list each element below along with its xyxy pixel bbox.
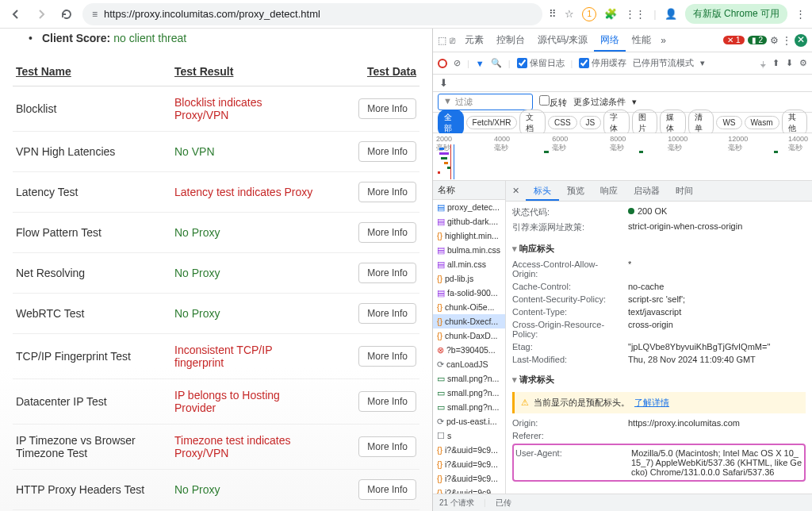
menu-icon[interactable]: ⋮ xyxy=(782,35,791,46)
devtools-tab[interactable]: 源代码/来源 xyxy=(531,29,594,50)
disable-cache-checkbox[interactable]: 停用缓存 xyxy=(579,57,626,69)
learn-more-link[interactable]: 了解详情 xyxy=(634,397,669,409)
network-settings-icon[interactable]: ⚙ xyxy=(799,58,807,68)
network-timeline[interactable]: 2000 毫秒4000 毫秒6000 毫秒8000 毫秒10000 毫秒1200… xyxy=(433,133,812,181)
resource-type-chip[interactable]: 全部 xyxy=(438,110,464,136)
chrome-update-button[interactable]: 有新版 Chrome 可用 xyxy=(685,4,787,24)
resource-type-chip[interactable]: 其他 xyxy=(782,110,808,136)
filter-toggle-icon[interactable]: ▼ xyxy=(476,59,485,68)
more-info-button[interactable]: More Info xyxy=(358,263,416,283)
extensions-icon[interactable]: 🧩 xyxy=(604,8,617,20)
resource-type-chip[interactable]: 字体 xyxy=(603,110,630,136)
more-info-button[interactable]: More Info xyxy=(358,479,416,500)
forward-button[interactable] xyxy=(32,5,51,24)
download-alt-icon[interactable]: ⬇ xyxy=(439,77,448,89)
wifi-icon[interactable]: ⏚ xyxy=(760,59,766,68)
invert-checkbox[interactable]: 反转 xyxy=(539,95,567,109)
throttle-select[interactable]: 已停用节流模式 xyxy=(633,57,694,69)
close-detail-icon[interactable]: ✕ xyxy=(506,186,526,196)
request-row[interactable]: ▤proxy_detec... xyxy=(433,200,505,214)
more-info-button[interactable]: More Info xyxy=(358,222,416,243)
request-row[interactable]: ▭small.png?n... xyxy=(433,371,505,386)
more-info-button[interactable]: More Info xyxy=(358,346,416,367)
download-icon[interactable]: ⬇ xyxy=(786,58,793,68)
more-info-button[interactable]: More Info xyxy=(358,391,416,412)
request-row[interactable]: {}i?&uuid=9c9... xyxy=(433,471,505,486)
more-tabs-icon[interactable]: » xyxy=(661,35,666,46)
bookmark-icon[interactable]: ☆ xyxy=(565,8,574,20)
detail-tab[interactable]: 响应 xyxy=(592,182,626,199)
more-info-button[interactable]: More Info xyxy=(358,98,416,119)
warn-count[interactable]: ▮ 2 xyxy=(748,36,767,44)
detail-tab[interactable]: 预览 xyxy=(559,182,592,199)
error-count[interactable]: ✕ 1 xyxy=(723,36,744,44)
detail-tab[interactable]: 启动器 xyxy=(626,182,668,199)
reload-button[interactable] xyxy=(57,5,76,24)
profile-icon[interactable]: 👤 xyxy=(665,8,677,20)
record-button[interactable] xyxy=(438,59,447,68)
detail-tab[interactable]: 标头 xyxy=(526,182,559,201)
request-row[interactable]: ⊗?b=390405... xyxy=(433,343,505,357)
request-row[interactable]: ▤bulma.min.css xyxy=(433,243,505,257)
search-icon[interactable]: 🔍 xyxy=(491,58,502,68)
preserve-log-checkbox[interactable]: 保留日志 xyxy=(517,57,565,69)
request-row[interactable]: ▤fa-solid-900... xyxy=(433,286,505,300)
request-row[interactable]: {}chunk-DaxD... xyxy=(433,328,505,343)
settings-icon[interactable]: ⚙ xyxy=(770,35,779,46)
translate-icon[interactable]: ⠿ xyxy=(549,8,557,20)
resource-type-chip[interactable]: 清单 xyxy=(688,110,714,136)
back-button[interactable] xyxy=(6,5,25,24)
upload-icon[interactable]: ⬆ xyxy=(772,58,779,68)
file-name: pd-us-east.i... xyxy=(446,417,497,426)
resource-type-chip[interactable]: CSS xyxy=(548,116,577,129)
request-row[interactable]: ▤all.min.css xyxy=(433,257,505,271)
clear-button[interactable]: ⊘ xyxy=(454,58,461,68)
devtools-tab[interactable]: 控制台 xyxy=(490,29,531,50)
more-info-button[interactable]: More Info xyxy=(358,303,416,324)
file-name: s xyxy=(447,431,451,440)
request-row[interactable]: {}i?&uuid=9c9... xyxy=(433,486,505,494)
inspect-icon[interactable]: ⬚ xyxy=(438,35,446,46)
more-info-button[interactable]: More Info xyxy=(358,182,416,202)
request-row[interactable]: {}i?&uuid=9c9... xyxy=(433,457,505,471)
url-field[interactable]: ≡ https://proxy.incolumitas.com/proxy_de… xyxy=(82,3,542,25)
request-row[interactable]: {}pd-lib.js xyxy=(433,271,505,286)
resource-type-chip[interactable]: 图片 xyxy=(632,110,658,136)
devtools-tab[interactable]: 性能 xyxy=(626,29,657,50)
resource-type-chip[interactable]: Wasm xyxy=(745,116,779,129)
request-row[interactable]: {}chunk-Dxecf... xyxy=(433,314,505,328)
request-row[interactable]: ⟳pd-us-east.i... xyxy=(433,414,505,428)
request-row[interactable]: ☐s xyxy=(433,428,505,443)
chevron-down-icon[interactable]: ▾ xyxy=(700,58,705,68)
devtools-tab[interactable]: 元素 xyxy=(458,29,490,50)
request-row[interactable]: ⟳canLoadJS xyxy=(433,357,505,371)
request-row[interactable]: {}chunk-Oi5e... xyxy=(433,300,505,314)
resource-type-chip[interactable]: Fetch/XHR xyxy=(466,116,518,129)
file-type-icon: ▤ xyxy=(437,202,445,212)
menu-icon[interactable]: ⋮ xyxy=(795,8,806,20)
response-headers-section[interactable]: 响应标头 xyxy=(512,240,806,258)
resource-type-chip[interactable]: WS xyxy=(716,116,741,129)
resource-type-chip[interactable]: 媒体 xyxy=(660,110,686,136)
chevron-down-icon[interactable]: ▾ xyxy=(632,97,637,107)
more-info-button[interactable]: More Info xyxy=(358,436,416,457)
header-key: Cache-Control: xyxy=(512,282,623,291)
device-icon[interactable]: ⎚ xyxy=(450,35,455,46)
filter-input[interactable]: ▼ 过滤 xyxy=(438,94,533,110)
request-row[interactable]: ▭small.png?n... xyxy=(433,386,505,400)
close-devtools-icon[interactable]: ✕ xyxy=(795,34,807,47)
more-info-button[interactable]: More Info xyxy=(358,141,416,162)
request-row[interactable]: ▭small.png?n... xyxy=(433,400,505,414)
devtools-tab[interactable]: 网络 xyxy=(594,29,626,52)
devtools-icon[interactable]: ⋮⋮ xyxy=(625,8,645,20)
resource-type-chip[interactable]: 文档 xyxy=(519,110,546,136)
request-row[interactable]: {}highlight.min... xyxy=(433,229,505,243)
request-row[interactable]: {}i?&uuid=9c9... xyxy=(433,443,505,457)
extension-badge[interactable]: 1 xyxy=(582,7,596,21)
request-headers-section[interactable]: 请求标头 xyxy=(512,371,806,389)
more-filters[interactable]: 更多过滤条件 xyxy=(573,96,626,108)
resource-type-chip[interactable]: JS xyxy=(580,116,602,129)
site-info-icon[interactable]: ≡ xyxy=(92,9,98,20)
request-row[interactable]: ▤github-dark.... xyxy=(433,214,505,229)
detail-tab[interactable]: 时间 xyxy=(668,182,701,199)
